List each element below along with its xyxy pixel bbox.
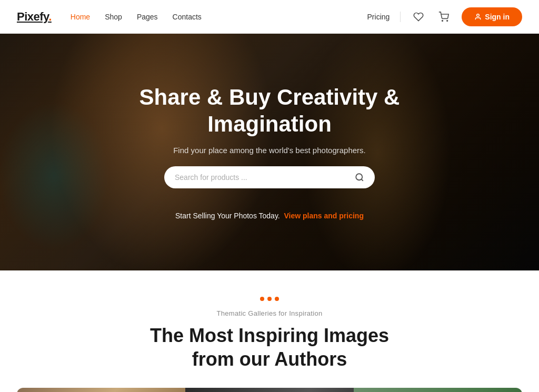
inspiration-section: Thematic Galleries for Inspiration The M… [0, 270, 539, 392]
gallery-item-2[interactable] [185, 388, 354, 392]
gallery-item-3[interactable] [354, 388, 522, 392]
wishlist-button[interactable] [411, 9, 426, 24]
hero-search-bar[interactable] [164, 166, 375, 188]
search-input[interactable] [175, 173, 351, 182]
dot-1 [260, 297, 264, 301]
section-title: The Most Inspiring Images from our Autho… [138, 324, 401, 371]
logo-dot: . [48, 10, 52, 23]
nav-item-contacts[interactable]: Contacts [173, 12, 202, 22]
nav-link-home[interactable]: Home [71, 13, 90, 21]
logo[interactable]: Pixefy. [17, 10, 52, 24]
user-icon [474, 13, 482, 21]
hero-title: Share & Buy Creativity & Imagination [85, 84, 454, 137]
gallery-thumb-2 [185, 388, 354, 392]
gallery-thumb-3 [354, 388, 522, 392]
navbar: Pixefy. Home Shop Pages Contacts Pricing [0, 0, 539, 34]
section-label: Thematic Galleries for Inspiration [17, 309, 522, 317]
nav-link-contacts[interactable]: Contacts [173, 13, 202, 21]
navbar-right: Pricing Sign in [367, 7, 522, 26]
hero-section: Share & Buy Creativity & Imagination Fin… [0, 34, 539, 270]
dot-2 [267, 297, 272, 301]
dot-3 [275, 297, 279, 301]
hero-subtitle: Find your place among the world's best p… [173, 146, 366, 155]
hero-cta: Start Selling Your Photos Today. View pl… [175, 212, 364, 220]
pricing-link[interactable]: Pricing [367, 13, 390, 21]
search-button[interactable] [355, 173, 364, 182]
hero-content: Share & Buy Creativity & Imagination Fin… [0, 84, 539, 220]
navbar-left: Pixefy. Home Shop Pages Contacts [17, 10, 202, 24]
nav-link-shop[interactable]: Shop [105, 13, 122, 21]
signin-button[interactable]: Sign in [462, 7, 522, 26]
svg-point-1 [447, 20, 448, 21]
gallery-row [17, 388, 522, 392]
search-icon [355, 173, 364, 182]
logo-text: Pixefy [17, 10, 48, 23]
hero-cta-link[interactable]: View plans and pricing [284, 212, 364, 220]
dots-decoration [17, 297, 522, 301]
hero-cta-text: Start Selling Your Photos Today. [175, 212, 280, 220]
svg-point-3 [356, 174, 362, 180]
cart-button[interactable] [436, 9, 451, 24]
nav-item-home[interactable]: Home [71, 12, 90, 22]
svg-point-2 [477, 14, 480, 16]
cart-icon [438, 12, 449, 22]
nav-divider [400, 12, 401, 22]
nav-links: Home Shop Pages Contacts [71, 12, 202, 22]
gallery-thumb-1 [17, 388, 185, 392]
signin-label: Sign in [485, 13, 510, 21]
nav-item-shop[interactable]: Shop [105, 12, 122, 22]
nav-item-pages[interactable]: Pages [137, 12, 158, 22]
gallery-item-1[interactable] [17, 388, 185, 392]
svg-line-4 [361, 179, 363, 180]
svg-point-0 [442, 20, 443, 21]
heart-icon [413, 12, 424, 22]
nav-link-pages[interactable]: Pages [137, 13, 158, 21]
